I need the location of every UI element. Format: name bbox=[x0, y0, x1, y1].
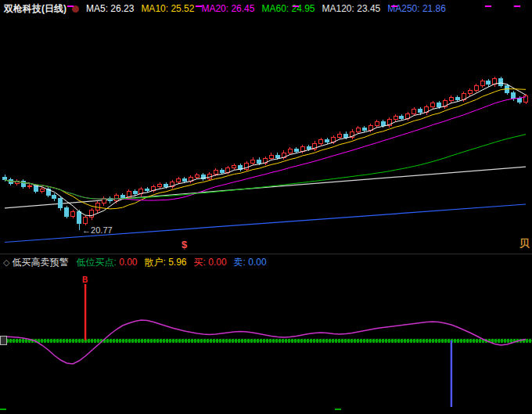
indicator-chart[interactable]: B bbox=[0, 271, 532, 414]
low-price-annotation: ←20.77 bbox=[82, 225, 113, 235]
buy-signal-marker: B bbox=[82, 275, 88, 284]
stock-app-window: 双枪科技(日线) MA5: 26.23MA10: 25.52MA20: 26.4… bbox=[0, 0, 532, 414]
alert-dash-icon bbox=[391, 5, 397, 7]
indicator-values: 低位买点: 0.00散户: 5.96买: 0.00卖: 0.00 bbox=[76, 256, 273, 269]
alert-dash-icon bbox=[485, 5, 491, 7]
candlestick-chart[interactable]: ←20.77 bbox=[0, 17, 532, 253]
alert-dash-icon bbox=[67, 5, 74, 7]
ma-lines bbox=[5, 83, 526, 216]
bottom-tick bbox=[0, 409, 6, 410]
indicator-field: 低位买点: 0.00 bbox=[76, 257, 137, 268]
alert-dash-icon bbox=[196, 5, 202, 7]
candles bbox=[3, 77, 528, 230]
alert-dash-icon bbox=[293, 5, 299, 7]
indicator-field: 买: 0.00 bbox=[194, 257, 227, 268]
signal-top-markers bbox=[0, 0, 532, 9]
dollar-icon[interactable]: $ bbox=[182, 239, 187, 250]
indicator-field: 散户: 5.96 bbox=[145, 257, 187, 268]
zero-axis-tag bbox=[0, 336, 7, 345]
indicator-header: ◇ 低买高卖预警 低位买点: 0.00散户: 5.96买: 0.00卖: 0.0… bbox=[0, 254, 532, 271]
indicator-field: 卖: 0.00 bbox=[234, 257, 267, 268]
diamond-icon[interactable]: ◇ bbox=[3, 257, 9, 268]
shell-icon[interactable]: 贝 bbox=[519, 236, 532, 250]
bottom-tick bbox=[335, 409, 341, 410]
indicator-title[interactable]: 低买高卖预警 bbox=[12, 256, 68, 269]
alert-dash-icon bbox=[514, 5, 520, 7]
